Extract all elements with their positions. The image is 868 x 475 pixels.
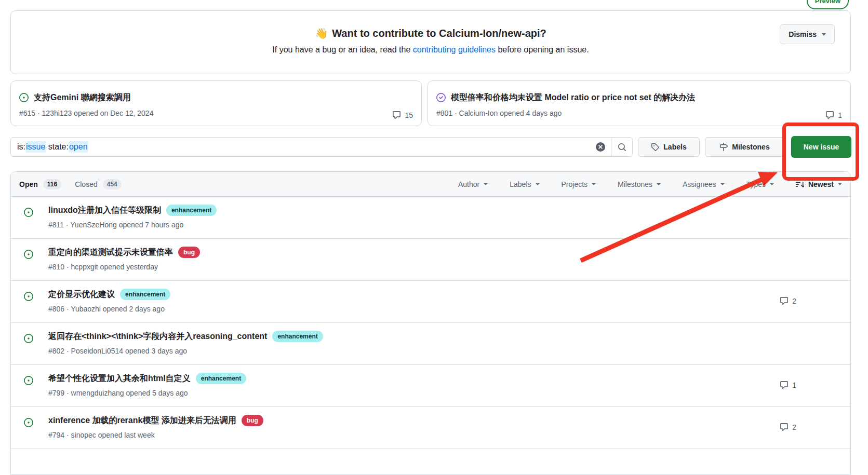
issues-list: Open 116 Closed 454 Author Labels Projec… — [10, 171, 851, 475]
issue-title[interactable]: 希望个性化设置加入其余和html自定义 — [48, 372, 191, 385]
issue-label-bug[interactable]: bug — [242, 415, 263, 426]
banner-title-text: Want to contribute to Calcium-Ion/new-ap… — [332, 28, 546, 39]
issue-meta: #806 · Yubaozhi opened 2 days ago — [48, 305, 165, 313]
pinned-issue-meta: #615 · 123hi123 opened on Dec 12, 2024 — [19, 109, 413, 117]
issue-row[interactable]: 返回存在<think><\think>字段内容并入reasoning_conte… — [11, 323, 850, 365]
filter-label: Milestones — [618, 180, 652, 188]
issue-row[interactable]: 希望个性化设置加入其余和html自定义 enhancement #799 · w… — [11, 365, 850, 407]
issue-meta: #802 · PoseidonLi0514 opened 3 days ago — [48, 347, 187, 355]
open-issue-icon — [19, 93, 29, 102]
tab-open[interactable]: Open — [19, 180, 38, 188]
issue-label-enhancement[interactable]: enhancement — [166, 205, 217, 216]
comment-count-value: 1 — [792, 381, 796, 389]
comment-count[interactable]: 1 — [780, 381, 796, 389]
issue-title[interactable]: 定价显示优化建议 — [48, 288, 115, 301]
open-issue-icon — [24, 418, 33, 427]
issue-row[interactable]: linuxdo注册加入信任等级限制 enhancement #811 · Yue… — [11, 197, 850, 239]
comment-count-value: 15 — [405, 111, 413, 119]
tab-closed[interactable]: Closed — [75, 180, 98, 188]
issue-label-enhancement[interactable]: enhancement — [196, 373, 246, 384]
milestones-button-label: Milestones — [732, 143, 769, 151]
issue-title[interactable]: 返回存在<think><\think>字段内容并入reasoning_conte… — [48, 330, 267, 343]
dismiss-button[interactable]: Dismiss — [780, 24, 835, 44]
comment-count[interactable]: 1 — [825, 111, 842, 119]
issue-row[interactable]: xinference 加载的rerank模型 添加进来后无法调用 bug #79… — [11, 407, 850, 449]
sort-desc-icon — [796, 180, 804, 188]
pinned-issue-meta: #801 · Calcium-Ion opened 4 days ago — [436, 109, 842, 117]
filter-dropdown-milestones[interactable]: Milestones — [618, 180, 661, 188]
banner-subtitle-suffix: before opening an issue. — [496, 45, 589, 54]
filter-dropdown-projects[interactable]: Projects — [562, 180, 596, 188]
issue-title[interactable]: xinference 加载的rerank模型 添加进来后无法调用 — [48, 414, 236, 427]
comment-count[interactable]: 2 — [780, 423, 796, 431]
banner-subtitle: If you have a bug or an idea, read the c… — [11, 45, 850, 55]
labels-button[interactable]: Labels — [638, 137, 700, 157]
chevron-down-icon — [822, 33, 826, 36]
comment-count[interactable]: 15 — [392, 111, 413, 119]
open-issue-icon — [24, 250, 33, 259]
comment-icon — [392, 111, 401, 119]
sort-label: Newest — [808, 180, 834, 188]
clear-search-icon[interactable] — [596, 142, 605, 152]
issue-meta: #810 · hcppxgit opened yesterday — [48, 263, 158, 271]
issue-title[interactable]: linuxdo注册加入信任等级限制 — [48, 204, 161, 216]
chevron-down-icon — [720, 183, 725, 185]
state-tabs: Open 116 Closed 454 — [19, 179, 122, 189]
comment-count[interactable]: 2 — [780, 296, 796, 305]
milestones-button[interactable]: Milestones — [705, 137, 784, 157]
pinned-issue-card[interactable]: 模型倍率和价格均未设置 Model ratio or price not set… — [428, 80, 851, 126]
issue-label-enhancement[interactable]: enhancement — [272, 331, 323, 342]
comment-icon — [780, 296, 789, 305]
filter-label: Projects — [562, 180, 588, 188]
banner-title: 👋Want to contribute to Calcium-Ion/new-a… — [11, 26, 850, 40]
filter-label: Author — [458, 180, 479, 188]
closed-count-badge: 454 — [103, 179, 122, 189]
chevron-down-icon — [592, 183, 596, 185]
chevron-down-icon — [657, 183, 661, 185]
issue-row[interactable]: 定价显示优化建议 enhancement #806 · Yubaozhi ope… — [11, 281, 850, 323]
chevron-down-icon — [838, 183, 842, 185]
issue-rows: linuxdo注册加入信任等级限制 enhancement #811 · Yue… — [11, 197, 850, 449]
search-icon[interactable] — [611, 138, 632, 156]
labels-button-label: Labels — [663, 143, 686, 151]
filter-label: Labels — [510, 180, 531, 188]
preview-button[interactable]: Preview — [807, 0, 849, 9]
filter-bar: Author Labels Projects Milestones Assign… — [458, 180, 842, 188]
search-token: state: — [48, 142, 69, 152]
comment-count-value: 1 — [838, 111, 842, 119]
search-token-highlighted: open — [69, 141, 88, 153]
pinned-issue-title[interactable]: 支持Gemini 聯網搜索調用 — [34, 91, 131, 104]
search-token: is: — [17, 142, 25, 152]
issue-title[interactable]: 重定向的渠道测试提示未设置倍率 — [48, 246, 173, 259]
issues-list-header: Open 116 Closed 454 Author Labels Projec… — [11, 172, 850, 197]
closed-issue-icon — [436, 93, 446, 102]
issue-meta: #794 · sinopec opened last week — [48, 431, 155, 439]
open-issue-icon — [24, 208, 33, 217]
filter-dropdown-types[interactable]: Types — [746, 180, 774, 188]
filter-dropdown-labels[interactable]: Labels — [510, 180, 539, 188]
open-issue-icon — [24, 334, 33, 343]
contributing-guidelines-link[interactable]: contributing guidelines — [413, 45, 496, 54]
pinned-issue-card[interactable]: 支持Gemini 聯網搜索調用 #615 · 123hi123 opened o… — [10, 80, 422, 126]
issue-label-enhancement[interactable]: enhancement — [120, 289, 170, 300]
comment-icon — [780, 423, 789, 431]
issue-meta: #811 · YuenSzeHong opened 7 hours ago — [48, 221, 183, 229]
filter-label: Assignees — [683, 180, 716, 188]
sort-dropdown[interactable]: Newest — [796, 180, 842, 188]
open-issue-icon — [24, 292, 33, 301]
issue-label-bug[interactable]: bug — [178, 247, 200, 258]
chevron-down-icon — [770, 183, 774, 185]
milestone-icon — [719, 143, 728, 151]
search-input[interactable]: is:issue state:open — [10, 137, 633, 157]
comment-count-value: 2 — [792, 297, 796, 305]
banner-subtitle-prefix: If you have a bug or an idea, read the — [272, 45, 412, 54]
issue-row[interactable]: 重定向的渠道测试提示未设置倍率 bug #810 · hcppxgit open… — [11, 239, 850, 281]
pinned-issue-title[interactable]: 模型倍率和价格均未设置 Model ratio or price not set… — [451, 91, 695, 104]
search-token-highlighted: issue — [25, 141, 46, 153]
filter-dropdown-assignees[interactable]: Assignees — [683, 180, 725, 188]
filter-dropdown-author[interactable]: Author — [458, 180, 488, 188]
wave-emoji-icon: 👋 — [315, 28, 328, 39]
new-issue-button[interactable]: New issue — [791, 136, 851, 158]
comment-count-value: 2 — [792, 423, 796, 431]
contribute-banner: 👋Want to contribute to Calcium-Ion/new-a… — [10, 10, 851, 74]
